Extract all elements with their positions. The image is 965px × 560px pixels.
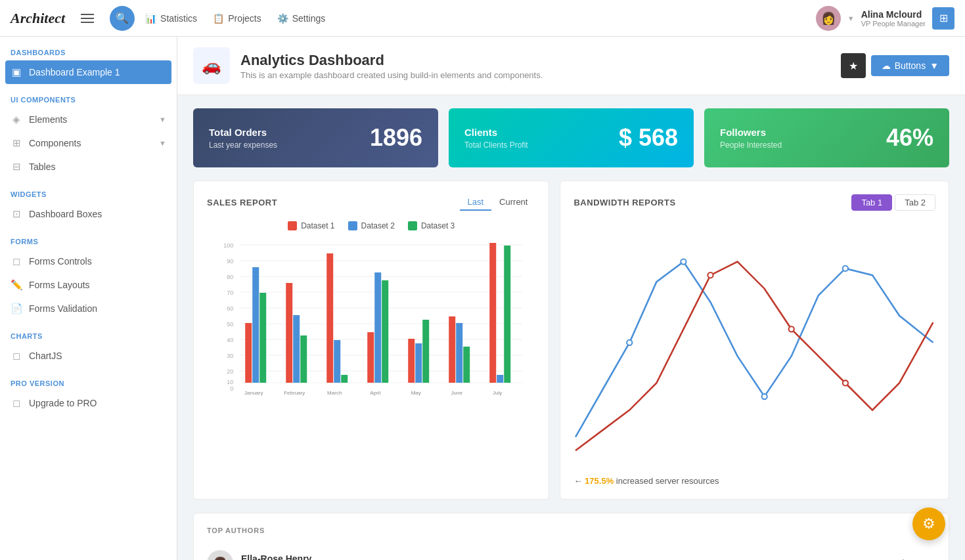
svg-rect-30 [334,340,340,383]
page-subtitle: This is an example dashboard created usi… [240,70,830,80]
svg-text:90: 90 [227,258,233,265]
sidebar-section-dashboards: DASHBOARDS [0,37,177,60]
page-icon: 🚗 [193,47,230,84]
svg-rect-37 [408,339,415,383]
logo: Architect [11,10,65,27]
page-title: Analytics Dashboard [240,52,830,69]
svg-text:20: 20 [227,368,233,375]
svg-rect-43 [463,347,470,383]
sidebar-item-tables[interactable]: ⊟ Tables [0,155,177,179]
bandwidth-card: BANDWIDTH REPORTS Tab 1 Tab 2 [560,181,949,500]
projects-icon: 📋 [213,13,224,24]
avatar: 👩 [816,6,841,31]
svg-rect-38 [415,343,422,383]
chevron-down-icon[interactable]: ▼ [847,14,855,22]
bandwidth-footer-text: increased server resources [616,476,719,486]
legend-dataset1: Dataset 1 [288,221,334,230]
svg-text:60: 60 [227,305,233,312]
svg-text:70: 70 [227,290,233,296]
dashboard-icon: ▣ [11,66,22,78]
svg-text:10: 10 [227,379,233,385]
bandwidth-tabs: Tab 1 Tab 2 [851,194,935,211]
sidebar-item-forms-layouts[interactable]: ✏️ Forms Layouts [0,273,177,297]
legend-dataset2: Dataset 2 [348,221,395,230]
tables-icon: ⊟ [11,161,22,173]
svg-rect-35 [382,280,388,383]
stat-followers-value: 46% [886,124,933,152]
svg-rect-34 [374,272,381,383]
nav-settings[interactable]: ⚙️ Settings [277,13,326,24]
svg-point-50 [681,259,686,265]
bandwidth-header: BANDWIDTH REPORTS Tab 1 Tab 2 [573,194,935,211]
sidebar-item-dashboard-example[interactable]: ▣ Dashboard Example 1 [5,60,171,84]
tab-last[interactable]: Last [460,194,492,211]
fab-button[interactable]: ⚙ [912,507,945,540]
forms-layouts-icon: ✏️ [11,279,22,291]
svg-text:June: June [451,390,463,396]
svg-text:January: January [244,390,263,396]
dropdown-arrow-icon: ▼ [930,60,939,71]
grid-icon: ⊞ [939,12,948,24]
svg-text:May: May [411,390,421,396]
legend-dot-2 [348,221,357,230]
svg-text:February: February [284,390,305,396]
chevron-right-icon-2: ▼ [159,139,166,147]
svg-rect-46 [497,375,503,383]
bandwidth-tab2[interactable]: Tab 2 [895,194,935,211]
svg-text:0: 0 [230,385,233,392]
gear-fab-icon: ⚙ [922,515,935,532]
chartjs-icon: ◻ [11,350,22,362]
stat-card-orders: Total Orders Last year expenses 1896 [193,108,438,167]
nav-projects[interactable]: 📋 Projects [213,13,261,24]
upgrade-icon: ◻ [11,397,22,409]
bandwidth-title: BANDWIDTH REPORTS [573,198,675,207]
svg-rect-45 [489,243,496,383]
sidebar-item-forms-validation[interactable]: 📄 Forms Validation [0,297,177,320]
line-chart-svg [573,221,935,471]
svg-point-51 [762,394,767,399]
bandwidth-pct: 175.5% [585,476,614,486]
bar-chart-legend: Dataset 1 Dataset 2 Dataset 3 [207,221,535,230]
nav-links: 📊 Statistics 📋 Projects ⚙️ Settings [145,13,805,24]
tab-current[interactable]: Current [491,194,535,211]
svg-text:100: 100 [223,242,233,249]
stat-orders-sub: Last year expenses [209,140,277,150]
notification-button[interactable]: ⊞ [932,7,954,30]
buttons-button[interactable]: ☁ Buttons ▼ [871,55,949,76]
sidebar: DASHBOARDS ▣ Dashboard Example 1 UI COMP… [0,37,177,560]
star-button[interactable]: ★ [841,53,866,78]
svg-point-55 [843,380,848,385]
sidebar-item-chartjs[interactable]: ◻ ChartJS [0,344,177,368]
sidebar-item-dashboard-boxes[interactable]: ⊡ Dashboard Boxes [0,202,177,226]
sidebar-section-forms: FORMS [0,226,177,249]
svg-point-49 [627,340,633,345]
svg-rect-47 [504,246,510,383]
sidebar-item-components[interactable]: ⊞ Components ▼ [0,131,177,155]
sidebar-item-forms-controls[interactable]: ◻ Forms Controls [0,249,177,273]
sidebar-item-upgrade-pro[interactable]: ◻ Upgrade to PRO [0,391,177,415]
hamburger-button[interactable] [81,14,94,23]
stat-card-followers: Followers People Interested 46% [704,108,949,167]
svg-text:April: April [370,390,380,396]
sidebar-section-pro: PRO VERSION [0,368,177,391]
author-info-1: Ella-Rose Henry Web Developer [241,553,893,560]
nav-statistics[interactable]: 📊 Statistics [145,13,197,24]
legend-dot-3 [408,221,417,230]
nav-right: 👩 ▼ Alina Mclourd VP People Manager ⊞ [816,6,954,31]
sidebar-item-elements[interactable]: ◈ Elements ▼ [0,108,177,131]
sidebar-section-ui-components: UI COMPONENTS [0,84,177,108]
legend-dot-1 [288,221,297,230]
svg-rect-27 [300,335,307,383]
user-info: Alina Mclourd VP People Manager [861,9,926,28]
svg-point-54 [789,326,794,332]
search-button[interactable]: 🔍 [110,6,135,31]
svg-point-52 [843,266,848,271]
svg-text:March: March [327,390,342,396]
bar-chart-area: 100 90 80 70 60 50 40 30 20 10 0 [207,238,535,396]
forms-validation-icon: 📄 [11,303,22,314]
svg-text:80: 80 [227,274,233,280]
boxes-icon: ⊡ [11,208,22,220]
page-title-block: Analytics Dashboard This is an example d… [240,52,830,80]
bandwidth-tab1[interactable]: Tab 1 [851,194,892,211]
stat-clients-label: Clients [464,127,528,138]
